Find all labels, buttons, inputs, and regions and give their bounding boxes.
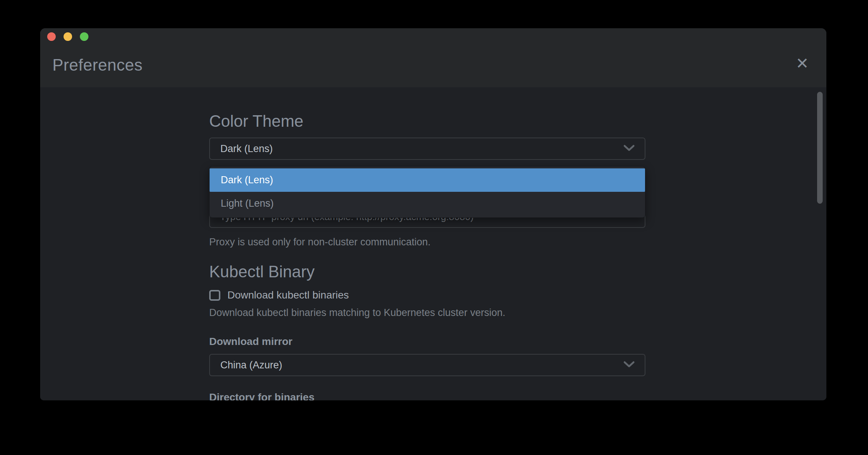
page-title: Preferences — [52, 55, 143, 75]
download-kubectl-checkbox[interactable] — [209, 290, 220, 301]
chevron-down-icon — [623, 143, 635, 155]
proxy-helper-text: Proxy is used only for non-cluster commu… — [209, 236, 645, 248]
color-theme-heading: Color Theme — [209, 112, 645, 131]
close-button[interactable]: ✕ — [793, 54, 812, 73]
scrollbar-thumb[interactable] — [817, 92, 823, 204]
color-theme-select[interactable]: Dark (Lens) — [209, 138, 645, 160]
zoom-traffic-button[interactable] — [80, 32, 88, 41]
directory-for-binaries-label: Directory for binaries — [209, 391, 645, 400]
close-icon: ✕ — [796, 56, 809, 71]
kubectl-helper-text: Download kubectl binaries matching to Ku… — [209, 307, 645, 319]
color-theme-select-value: Dark (Lens) — [220, 143, 273, 155]
traffic-lights — [47, 32, 88, 41]
preferences-window: Preferences ✕ Color Theme Dark (Lens) Da… — [40, 28, 826, 400]
download-kubectl-row: Download kubectl binaries — [209, 289, 645, 301]
desktop: Preferences ✕ Color Theme Dark (Lens) Da… — [0, 0, 868, 455]
chevron-down-icon — [623, 359, 635, 371]
close-traffic-button[interactable] — [47, 32, 56, 41]
preferences-content: Color Theme Dark (Lens) Dark (Lens) Ligh… — [40, 87, 826, 400]
dropdown-option-light[interactable]: Light (Lens) — [210, 192, 645, 215]
kubectl-binary-heading: Kubectl Binary — [209, 262, 645, 281]
minimize-traffic-button[interactable] — [64, 32, 72, 41]
color-theme-dropdown: Dark (Lens) Light (Lens) — [209, 166, 645, 218]
titlebar[interactable]: Preferences ✕ — [40, 28, 826, 87]
download-mirror-select-value: China (Azure) — [220, 359, 282, 371]
download-kubectl-label: Download kubectl binaries — [227, 289, 349, 301]
dropdown-option-dark[interactable]: Dark (Lens) — [210, 168, 645, 192]
download-mirror-select[interactable]: China (Azure) — [209, 354, 645, 376]
download-mirror-label: Download mirror — [209, 335, 645, 348]
